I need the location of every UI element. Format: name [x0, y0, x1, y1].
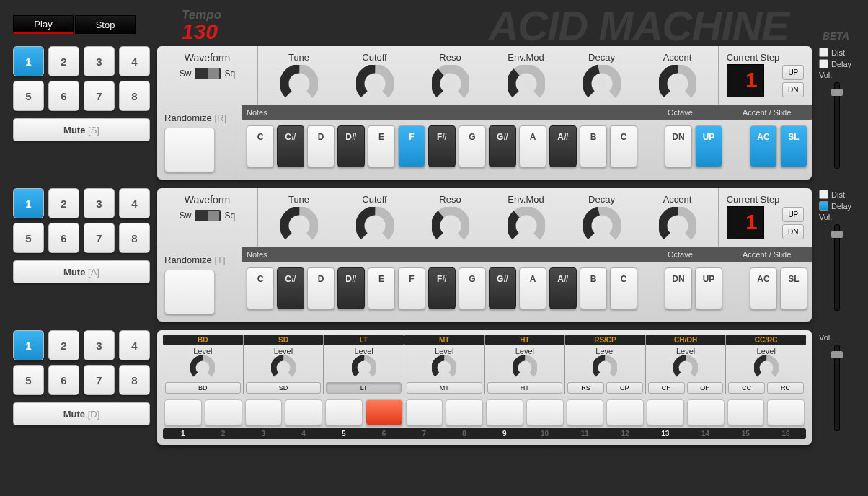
note-key-C[interactable]: C: [247, 267, 274, 309]
octave-up-button[interactable]: UP: [695, 125, 722, 167]
synth2-step-up[interactable]: UP: [782, 207, 804, 222]
synth2-dist-toggle[interactable]: [819, 190, 828, 199]
seq-step-15[interactable]: [727, 399, 765, 425]
seq-step-12[interactable]: [606, 399, 644, 425]
seq-step-14[interactable]: [687, 399, 725, 425]
drum-rs-cp-level-knob[interactable]: [593, 355, 617, 380]
synth1-step-up[interactable]: UP: [782, 65, 804, 80]
seq-step-6[interactable]: [366, 399, 403, 425]
drums-mute-button[interactable]: Mute [D]: [13, 402, 150, 425]
seq-step-9[interactable]: [486, 399, 523, 425]
envmod-knob[interactable]: [508, 65, 545, 102]
drum-cc-rc-level-knob[interactable]: [754, 355, 779, 380]
seq-step-16[interactable]: [767, 399, 805, 425]
pattern-button-6[interactable]: 6: [48, 81, 79, 111]
seq-step-2[interactable]: [205, 399, 242, 425]
pattern-button-7[interactable]: 7: [84, 81, 115, 111]
accent-knob[interactable]: [659, 65, 696, 102]
tune-knob[interactable]: [280, 207, 318, 244]
reso-knob[interactable]: [432, 65, 469, 102]
sl-button[interactable]: SL: [780, 125, 807, 167]
pattern-button-2[interactable]: 2: [48, 46, 79, 76]
synth1-dist-toggle[interactable]: [819, 48, 828, 57]
pattern-button-1[interactable]: 1: [13, 188, 44, 218]
pattern-button-7[interactable]: 7: [84, 223, 115, 253]
pattern-button-8[interactable]: 8: [119, 365, 150, 395]
accent-knob[interactable]: [659, 207, 696, 244]
note-key-F[interactable]: F: [398, 267, 425, 309]
play-button[interactable]: Play: [13, 15, 74, 34]
seq-step-4[interactable]: [285, 399, 322, 425]
note-key-G[interactable]: G: [459, 267, 486, 309]
note-key-B[interactable]: B: [580, 125, 607, 167]
note-key-Gsharp[interactable]: G#: [489, 267, 516, 309]
synth1-randomize-pad[interactable]: [164, 128, 215, 172]
drum-lt-level-knob[interactable]: [352, 355, 376, 380]
sl-button[interactable]: SL: [780, 267, 807, 309]
drum-ch-oh-level-knob[interactable]: [673, 355, 698, 380]
drum-select-ht[interactable]: HT: [487, 382, 563, 394]
synth2-waveform-toggle[interactable]: [195, 210, 221, 221]
note-key-Asharp[interactable]: A#: [549, 125, 577, 167]
note-key-E[interactable]: E: [368, 267, 395, 309]
octave-dn-button[interactable]: DN: [665, 125, 692, 167]
drum-select-cc[interactable]: CC: [728, 382, 765, 394]
tempo-value[interactable]: 130: [182, 22, 221, 41]
pattern-button-5[interactable]: 5: [13, 365, 44, 395]
envmod-knob[interactable]: [508, 207, 545, 244]
pattern-button-4[interactable]: 4: [119, 188, 150, 218]
decay-knob[interactable]: [583, 207, 621, 244]
pattern-button-7[interactable]: 7: [84, 365, 115, 395]
drum-sd-level-knob[interactable]: [271, 355, 296, 380]
drum-select-cp[interactable]: CP: [606, 382, 643, 394]
pattern-button-6[interactable]: 6: [48, 365, 79, 395]
note-key-A[interactable]: A: [519, 125, 546, 167]
pattern-button-3[interactable]: 3: [84, 46, 115, 76]
seq-step-1[interactable]: [164, 399, 202, 425]
drum-select-oh[interactable]: OH: [687, 382, 724, 394]
drum-ht-level-knob[interactable]: [513, 355, 537, 380]
drum-select-lt[interactable]: LT: [326, 382, 402, 394]
pattern-button-5[interactable]: 5: [13, 81, 44, 111]
synth2-randomize-pad[interactable]: [164, 270, 215, 314]
synth2-mute-button[interactable]: Mute [A]: [13, 260, 150, 283]
pattern-button-8[interactable]: 8: [119, 223, 150, 253]
tune-knob[interactable]: [280, 65, 318, 102]
drum-select-bd[interactable]: BD: [165, 382, 241, 394]
note-key-D[interactable]: D: [307, 125, 335, 167]
pattern-button-5[interactable]: 5: [13, 223, 44, 253]
octave-dn-button[interactable]: DN: [665, 267, 692, 309]
octave-up-button[interactable]: UP: [695, 267, 722, 309]
waveform-toggle[interactable]: [195, 68, 221, 79]
pattern-button-2[interactable]: 2: [48, 188, 79, 218]
pattern-button-3[interactable]: 3: [84, 330, 115, 360]
drum-select-rc[interactable]: RC: [767, 382, 804, 394]
synth2-step-dn[interactable]: DN: [782, 224, 804, 239]
pattern-button-2[interactable]: 2: [48, 330, 79, 360]
note-key-Fsharp[interactable]: F#: [428, 267, 456, 309]
pattern-button-8[interactable]: 8: [119, 81, 150, 111]
drum-mt-level-knob[interactable]: [432, 355, 456, 380]
cutoff-knob[interactable]: [356, 207, 394, 244]
pattern-button-1[interactable]: 1: [13, 46, 44, 76]
pattern-button-4[interactable]: 4: [119, 330, 150, 360]
note-key-C[interactable]: C: [247, 125, 274, 167]
note-key-Gsharp[interactable]: G#: [489, 125, 516, 167]
drum-select-rs[interactable]: RS: [567, 382, 604, 394]
reso-knob[interactable]: [432, 207, 469, 244]
seq-step-10[interactable]: [526, 399, 564, 425]
synth2-delay-toggle[interactable]: [819, 201, 828, 211]
note-key-Dsharp[interactable]: D#: [337, 267, 365, 309]
seq-step-7[interactable]: [406, 399, 443, 425]
note-key-Dsharp[interactable]: D#: [337, 125, 365, 167]
synth1-step-dn[interactable]: DN: [782, 82, 804, 97]
note-key-C[interactable]: C: [610, 267, 637, 309]
ac-button[interactable]: AC: [750, 267, 777, 309]
seq-step-3[interactable]: [245, 399, 283, 425]
seq-step-8[interactable]: [446, 399, 483, 425]
note-key-Asharp[interactable]: A#: [549, 267, 577, 309]
note-key-F[interactable]: F: [398, 125, 425, 167]
seq-step-5[interactable]: [325, 399, 363, 425]
note-key-B[interactable]: B: [580, 267, 607, 309]
note-key-Csharp[interactable]: C#: [277, 267, 304, 309]
